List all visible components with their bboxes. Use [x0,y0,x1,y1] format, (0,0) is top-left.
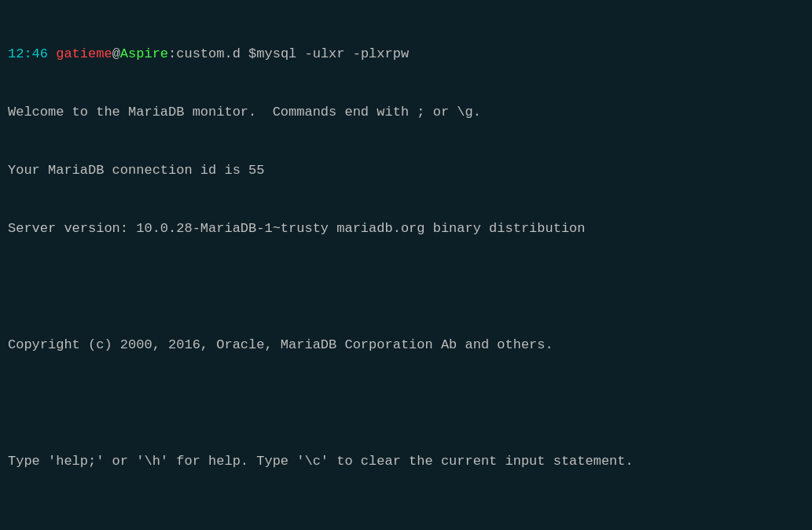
welcome-line3: Server version: 10.0.28-MariaDB-1~trusty… [8,219,804,239]
prompt-line: 12:46 gatieme@Aspire:custom.d $mysql -ul… [8,45,804,64]
welcome-line2: Your MariaDB connection id is 55 [8,161,804,181]
prompt-at: @ [112,46,120,61]
prompt-user: gatieme [56,46,112,61]
copyright-line: Copyright (c) 2000, 2016, Oracle, MariaD… [8,336,804,355]
welcome-line1: Welcome to the MariaDB monitor. Commands… [8,103,804,123]
terminal-window: 12:46 gatieme@Aspire:custom.d $mysql -ul… [8,6,804,530]
help-line: Type 'help;' or '\h' for help. Type '\c'… [8,452,804,472]
blank-line2 [8,394,804,414]
blank-line1 [8,278,804,297]
prompt-host: Aspire [120,46,168,61]
prompt-path: custom.d [176,46,241,61]
prompt-command: $mysql -ulxr -plxrpw [248,46,409,61]
blank-line3 [8,510,804,530]
prompt-time: 12:46 [8,46,48,61]
